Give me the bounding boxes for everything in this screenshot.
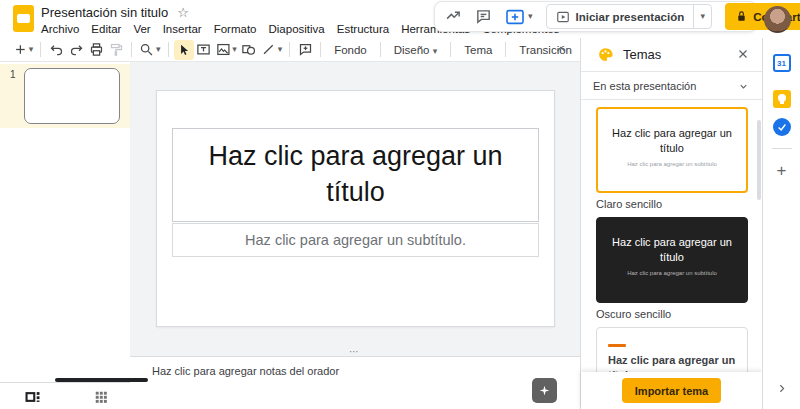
- theme-label-claro: Claro sencillo: [596, 198, 662, 210]
- collapse-strip-chevron-icon[interactable]: [775, 382, 788, 395]
- grid-view-icon[interactable]: [94, 390, 108, 404]
- section-label: En esta presentación: [593, 80, 696, 92]
- document-title[interactable]: Presentación sin titulo: [41, 5, 168, 20]
- insert-comment-button[interactable]: [295, 40, 315, 60]
- start-presentation-label: Iniciar presentación: [576, 11, 685, 23]
- print-button[interactable]: [86, 40, 106, 60]
- app-strip-divider: [772, 148, 792, 149]
- line-caret-icon: ▾: [278, 45, 283, 54]
- slide-1-thumbnail[interactable]: [24, 68, 120, 124]
- explore-button[interactable]: [532, 378, 557, 403]
- toolbar-divider: [450, 42, 451, 57]
- horizontal-scrollbar[interactable]: [55, 378, 148, 382]
- theme-preview-title: Haz clic para agregar un título: [597, 353, 747, 372]
- theme-oscuro-sencillo[interactable]: Haz clic para agregar un título Haz clic…: [596, 217, 748, 303]
- palette-icon: [597, 46, 614, 63]
- theme-preview-title: Haz clic para agregar un título: [598, 126, 746, 156]
- check-icon: [777, 122, 787, 132]
- layout-caret-icon: ▾: [433, 46, 438, 56]
- menu-formato[interactable]: Formato: [208, 21, 263, 37]
- close-panel-icon[interactable]: [737, 48, 749, 60]
- insert-line-button[interactable]: ▾: [259, 40, 284, 60]
- hide-menus-button[interactable]: [554, 42, 568, 56]
- new-slide-button[interactable]: ▾: [12, 40, 35, 60]
- speaker-notes-placeholder[interactable]: Haz clic para agregar notas del orador: [152, 365, 339, 377]
- toolbar-divider: [320, 42, 321, 57]
- toolbar-divider: [380, 42, 381, 57]
- toolbar-divider: [40, 42, 41, 57]
- start-presentation-button[interactable]: Iniciar presentación ▾: [546, 4, 713, 29]
- redo-button[interactable]: [66, 40, 86, 60]
- side-app-strip: 31 +: [762, 38, 800, 409]
- lock-icon: [736, 10, 747, 23]
- star-icon[interactable]: ☆: [177, 6, 189, 19]
- theme-label-oscuro: Oscuro sencillo: [596, 308, 671, 320]
- text-box-button[interactable]: [194, 40, 214, 60]
- present-plus-icon: [505, 9, 525, 25]
- background-button[interactable]: Fondo: [326, 41, 375, 59]
- toolbar-divider: [168, 42, 169, 57]
- themes-panel-title: Temas: [623, 47, 661, 62]
- title-placeholder[interactable]: Haz clic para agregar un título: [172, 128, 539, 222]
- menu-editar[interactable]: Editar: [85, 21, 127, 37]
- add-addon-icon[interactable]: +: [777, 162, 787, 179]
- zoom-button[interactable]: ▾: [137, 40, 162, 60]
- insert-shape-button[interactable]: [239, 40, 259, 60]
- themes-panel: Temas En esta presentación Haz clic para…: [580, 38, 762, 409]
- toolbar-divider: [289, 42, 290, 57]
- theme-claro-sencillo[interactable]: Haz clic para agregar un título Haz clic…: [596, 107, 748, 193]
- themes-panel-header: Temas: [581, 38, 762, 72]
- themes-panel-footer: Importar tema: [581, 372, 762, 409]
- slide-canvas-area: Haz clic para agregar un título Haz clic…: [130, 62, 580, 356]
- theme-preview-title: Haz clic para agregar un título: [597, 235, 747, 265]
- import-theme-button[interactable]: Importar tema: [622, 378, 721, 403]
- menu-diapositiva[interactable]: Diapositiva: [263, 21, 331, 37]
- keep-icon[interactable]: [773, 90, 791, 108]
- activity-icon[interactable]: [445, 8, 462, 25]
- slides-logo-inner: [17, 14, 30, 23]
- themes-list: Haz clic para agregar un título Haz clic…: [581, 100, 762, 372]
- transition-button[interactable]: Transición: [511, 41, 580, 59]
- start-presentation-dropdown[interactable]: ▾: [693, 5, 711, 28]
- undo-button[interactable]: [46, 40, 66, 60]
- menu-insertar[interactable]: Insertar: [157, 21, 208, 37]
- menu-ver[interactable]: Ver: [127, 21, 156, 37]
- paint-format-button[interactable]: [106, 40, 126, 60]
- insert-image-button[interactable]: ▾: [214, 40, 239, 60]
- slides-logo-icon[interactable]: [13, 5, 34, 32]
- zoom-caret-icon: ▾: [156, 45, 161, 54]
- present-to-meeting-button[interactable]: ▾: [505, 9, 533, 25]
- comment-history-icon[interactable]: [475, 8, 492, 25]
- theme-preview-subtitle: Haz clic para agregar un subtítulo: [597, 270, 747, 276]
- account-avatar[interactable]: [764, 6, 791, 33]
- subtitle-placeholder[interactable]: Haz clic para agregar un subtítulo.: [172, 223, 539, 257]
- toolbar-divider: [505, 42, 506, 57]
- in-this-presentation-section[interactable]: En esta presentación: [581, 72, 762, 100]
- select-tool-button[interactable]: [174, 40, 194, 60]
- menu-estructura[interactable]: Estructura: [331, 21, 395, 37]
- toolbar-divider: [131, 42, 132, 57]
- calendar-icon[interactable]: 31: [773, 54, 791, 72]
- filmstrip-slide-1[interactable]: 1: [0, 64, 130, 128]
- theme-third[interactable]: Haz clic para agregar un título: [596, 327, 748, 372]
- speaker-notes-panel[interactable]: Haz clic para agregar notas del orador: [130, 356, 580, 409]
- filmstrip-view-icon[interactable]: [24, 390, 41, 404]
- layout-button[interactable]: Diseño ▾: [386, 41, 446, 59]
- slide-editor[interactable]: Haz clic para agregar un título Haz clic…: [156, 90, 555, 327]
- notes-resize-handle[interactable]: ⋯: [130, 349, 580, 355]
- play-icon: [556, 10, 570, 24]
- theme-preview-subtitle: Haz clic para agregar un subtítulo: [598, 161, 746, 167]
- slide-number: 1: [10, 69, 16, 80]
- tasks-icon[interactable]: [773, 118, 791, 136]
- explore-star-icon: [538, 384, 551, 397]
- section-chevron-down-icon[interactable]: [738, 81, 749, 92]
- new-slide-caret-icon: ▾: [29, 45, 34, 54]
- themes-scrollbar[interactable]: [757, 120, 761, 200]
- menu-archivo[interactable]: Archivo: [35, 21, 85, 37]
- image-caret-icon: ▾: [232, 45, 237, 54]
- theme-button[interactable]: Tema: [456, 41, 500, 59]
- theme-accent-dash: [608, 344, 626, 347]
- chevron-down-icon: ▾: [528, 12, 533, 21]
- top-bar: Presentación sin titulo ☆ Archivo Editar…: [0, 0, 800, 38]
- view-toggle-bar: [0, 382, 130, 409]
